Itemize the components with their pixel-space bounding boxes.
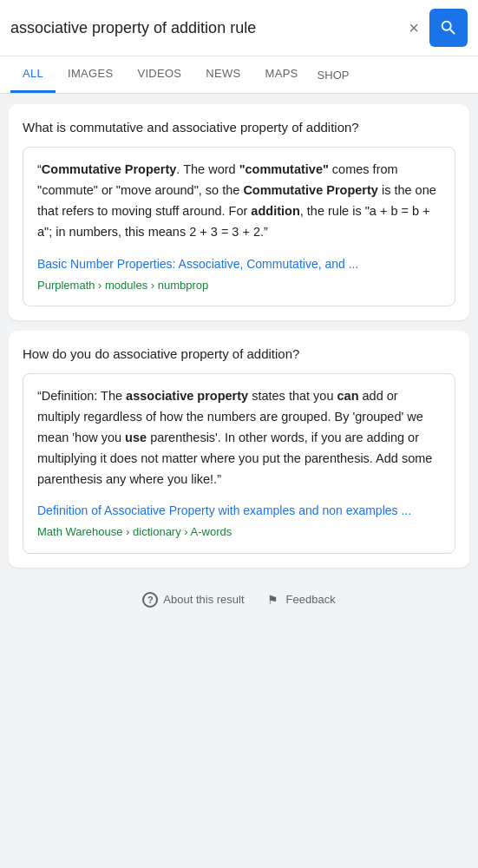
card-1-source: Purplemath › modules › numbprop (37, 279, 208, 292)
feedback-label: Feedback (286, 593, 336, 606)
tab-shop[interactable]: SHOP (311, 58, 357, 92)
card-2-answer-text: “Definition: The associative property st… (37, 386, 441, 490)
feedback-icon: ⚑ (265, 592, 281, 608)
card-2-source: Math Warehouse › dictionary › A-words (37, 525, 232, 538)
tab-maps[interactable]: MAPS (253, 56, 311, 93)
search-bar: × (0, 0, 478, 56)
footer: ? About this result ⚑ Feedback (0, 578, 478, 621)
card-2: How do you do associative property of ad… (9, 331, 469, 568)
card-1-link[interactable]: Basic Number Properties: Associative, Co… (37, 255, 441, 273)
search-button[interactable] (429, 9, 468, 47)
main-content: What is commutative and associative prop… (0, 94, 478, 578)
card-1-question: What is commutative and associative prop… (23, 118, 455, 136)
tab-videos[interactable]: VIDEOS (125, 56, 193, 93)
clear-button[interactable]: × (405, 15, 422, 42)
tab-news[interactable]: NEWS (193, 56, 252, 93)
search-input-wrapper (10, 19, 398, 37)
nav-tabs: ALL IMAGES VIDEOS NEWS MAPS SHOP (0, 56, 478, 94)
card-1-answer-box: “Commutative Property. The word "commuta… (23, 147, 455, 306)
search-icon (439, 18, 458, 37)
card-2-question: How do you do associative property of ad… (23, 345, 455, 363)
about-result-item[interactable]: ? About this result (142, 592, 244, 608)
feedback-item[interactable]: ⚑ Feedback (265, 592, 336, 608)
card-2-answer-box: “Definition: The associative property st… (23, 373, 455, 554)
tab-all[interactable]: ALL (10, 56, 56, 93)
card-2-link[interactable]: Definition of Associative Property with … (37, 502, 441, 520)
clear-icon: × (409, 18, 419, 38)
about-icon: ? (142, 592, 158, 608)
search-input[interactable] (10, 19, 398, 37)
about-result-label: About this result (163, 593, 244, 606)
tab-images[interactable]: IMAGES (56, 56, 125, 93)
card-1: What is commutative and associative prop… (9, 104, 469, 320)
card-1-answer-text: “Commutative Property. The word "commuta… (37, 160, 441, 243)
